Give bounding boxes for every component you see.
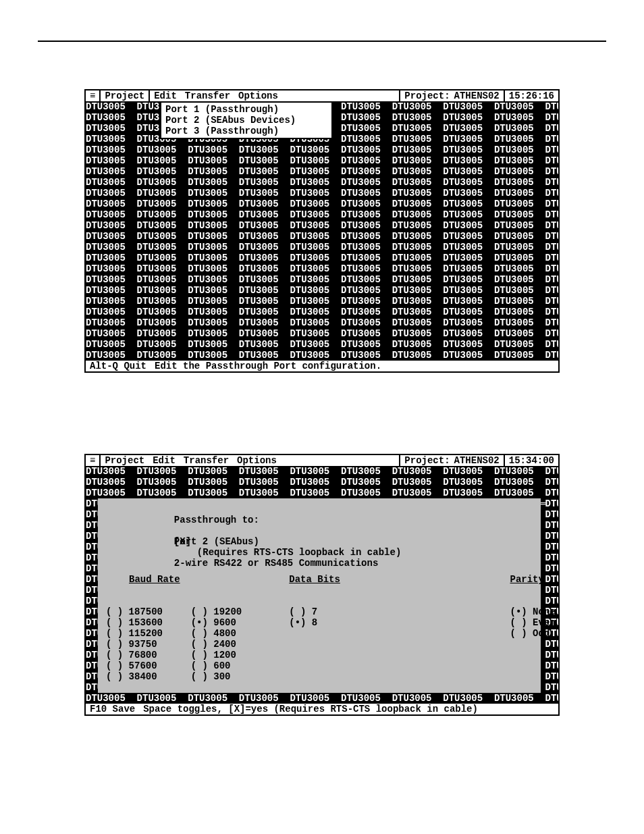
bg-row: DTU3005 DTU3005 DTU3005 DTU3005 DTU3005 … — [86, 231, 558, 242]
terminal-screenshot-1: ≡ Project Edit Transfer Options Project:… — [84, 89, 560, 373]
bg-row: DTU3005 DTU3005 DTU3005 DTU3005 DTU3005 … — [86, 263, 558, 274]
menu-edit[interactable]: Edit — [149, 455, 180, 466]
bg-row: DTU3005 DTU3005 DTU3005 DTU3005 DTU3005 … — [86, 199, 558, 209]
menu-options[interactable]: Options — [233, 455, 281, 466]
bg-row: DTU3005 DTU3005 DTU3005 DTU3005 DTU3005 … — [86, 253, 558, 263]
bg-row: DTU3005 DTU3005 DTU3005 DTU3005 DTU3005 … — [86, 328, 558, 339]
baud-radio-187500[interactable]: ( ) 187500 — [106, 606, 186, 617]
background-area: DTU3005 DTU3005 DTU3005 DTU3005 DTU3005 … — [86, 101, 558, 361]
bg-row: DTU3005 DTU3005 DTU3005 DTU3005 DTU3005 … — [86, 188, 558, 199]
bg-row: DTU3005 DTU3005 DTU3005 DTU3005 DTU3005 … — [86, 166, 558, 177]
bg-row: DTU3005 DTU3005 DTU3005 DTU3005 DTU3005 … — [86, 274, 558, 285]
parity-radio-even[interactable]: ( ) Even — [510, 617, 560, 628]
bg-row: DTU3005 DTU3005 DTU3005 DTU3005 DTU3005 … — [86, 285, 558, 296]
project-name: ATHENS02 — [454, 90, 504, 101]
page-divider — [38, 41, 606, 42]
databits-radio-8[interactable]: (•) 8 — [289, 617, 504, 628]
project-label: Project: — [400, 90, 454, 101]
bg-row: DTU3005 DTU3005 DTU3005 DTU3005 DTU3005 … — [86, 145, 558, 155]
bg-row: DTU3005 DTU3005 DTU3005 DTU3005 DTU3005 … — [86, 466, 558, 477]
databits-col: Data Bits ( ) 7(•) 8 Intermessage Time-O… — [289, 552, 504, 716]
clock: 15:34:00 — [505, 455, 558, 466]
baud-radio-93750[interactable]: ( ) 93750 — [106, 639, 186, 650]
dropdown-port-3[interactable]: Port 3 (Passthrough) — [165, 126, 327, 136]
bg-row: DTU3005 DTU3005 DTU3005 DTU3005 DTU3005 … — [86, 242, 558, 253]
baud-radio-19200[interactable]: ( ) 19200 — [191, 606, 271, 617]
terminal-screenshot-2: ≡ Project Edit Transfer Options Project:… — [84, 454, 560, 716]
bg-row: DTU3005 DTU3005 DTU3005 DTU3005 DTU3005 … — [86, 220, 558, 231]
baud-radio-76800[interactable]: ( ) 76800 — [106, 650, 186, 660]
settings-section: Baud Rate ( ) 187500( ) 153600( ) 115200… — [106, 552, 533, 716]
parity-col: Parity (•) None( ) Even( ) Odd — [510, 552, 560, 716]
edit-dropdown[interactable]: Port 1 (Passthrough) Port 2 (SEAbus Devi… — [160, 101, 333, 139]
clock: 15:26:16 — [505, 90, 558, 101]
bg-row: DTU3005 DTU3005 DTU3005 DTU3005 DTU3005 … — [86, 307, 558, 317]
bg-row: DTU3005 DTU3005 DTU3005 DTU3005 DTU3005 … — [86, 339, 558, 350]
bg-row: DTU3005 DTU3005 DTU3005 DTU3005 DTU3005 … — [86, 209, 558, 220]
port-config-dialog: Passthrough to: Port 2 (SEAbus) [X] 2-wi… — [98, 498, 541, 693]
bg-row: DTU3005 DTU3005 DTU3005 DTU3005 DTU3005 … — [86, 477, 558, 488]
databits-header: Data Bits — [289, 574, 504, 585]
bg-row: DTU3005 DTU3005 DTU3005 DTU3005 DTU3005 … — [86, 177, 558, 188]
bg-row: DTU3005 DTU3005 DTU3005 DTU3005 DTU3005 … — [86, 155, 558, 166]
menu-transfer[interactable]: Transfer — [180, 455, 233, 466]
bg-row: DTU3005 DTU3005 DTU3005 DTU3005 DTU3005 … — [86, 317, 558, 328]
project-label: Project: — [400, 455, 454, 466]
status-hotkey: Alt-Q Quit — [86, 361, 151, 371]
system-menu-icon[interactable]: ≡ — [86, 455, 99, 466]
bg-row: DTU3005 DTU3005 DTU3005 DTU3005 DTU3005 … — [86, 296, 558, 307]
parity-header: Parity — [510, 574, 560, 585]
menubar: ≡ Project Edit Transfer Options Project:… — [86, 90, 558, 101]
system-menu-icon[interactable]: ≡ — [86, 90, 99, 101]
parity-radio-odd[interactable]: ( ) Odd — [510, 628, 560, 639]
parity-radio-none[interactable]: (•) None — [510, 606, 560, 617]
dropdown-port-2[interactable]: Port 2 (SEAbus Devices) — [165, 115, 327, 126]
baud-radio-9600[interactable]: (•) 9600 — [191, 617, 271, 628]
baud-header: Baud Rate — [106, 574, 186, 585]
project-name: ATHENS02 — [454, 455, 504, 466]
two-wire-checkbox[interactable]: [X] — [174, 536, 191, 547]
menu-edit[interactable]: Edit — [150, 90, 181, 101]
baud-col-1: Baud Rate ( ) 187500( ) 153600( ) 115200… — [106, 552, 186, 716]
menubar: ≡ Project Edit Transfer Options Project:… — [86, 455, 558, 466]
menu-transfer[interactable]: Transfer — [181, 90, 234, 101]
baud-radio-600[interactable]: ( ) 600 — [191, 660, 271, 671]
menu-project[interactable]: Project — [101, 455, 149, 466]
baud-radio-300[interactable]: ( ) 300 — [191, 671, 271, 682]
status-bar: Alt-Q Quit Edit the Passthrough Port con… — [86, 361, 558, 371]
status-hint: Edit the Passthrough Port configuration. — [151, 361, 385, 371]
baud-radio-57600[interactable]: ( ) 57600 — [106, 660, 186, 671]
passthrough-label: Passthrough to: — [174, 515, 259, 525]
databits-radio-7[interactable]: ( ) 7 — [289, 606, 504, 617]
dropdown-port-1[interactable]: Port 1 (Passthrough) — [165, 104, 327, 115]
bg-row: DTU3005 DTU3005 DTU3005 DTU3005 DTU3005 … — [86, 350, 558, 361]
background-pattern: DTU3005 DTU3005 DTU3005 DTU3005 DTU3005 … — [86, 101, 558, 361]
baud-radio-38400[interactable]: ( ) 38400 — [106, 671, 186, 682]
background-area: DTU3005 DTU3005 DTU3005 DTU3005 DTU3005 … — [86, 466, 558, 704]
baud-radio-2400[interactable]: ( ) 2400 — [191, 639, 271, 650]
baud-col-2: ( ) 19200(•) 9600( ) 4800( ) 2400( ) 120… — [191, 552, 271, 716]
baud-radio-153600[interactable]: ( ) 153600 — [106, 617, 186, 628]
menu-project[interactable]: Project — [101, 90, 149, 101]
baud-radio-4800[interactable]: ( ) 4800 — [191, 628, 271, 639]
baud-radio-115200[interactable]: ( ) 115200 — [106, 628, 186, 639]
baud-radio-1200[interactable]: ( ) 1200 — [191, 650, 271, 660]
menu-options[interactable]: Options — [234, 90, 282, 101]
